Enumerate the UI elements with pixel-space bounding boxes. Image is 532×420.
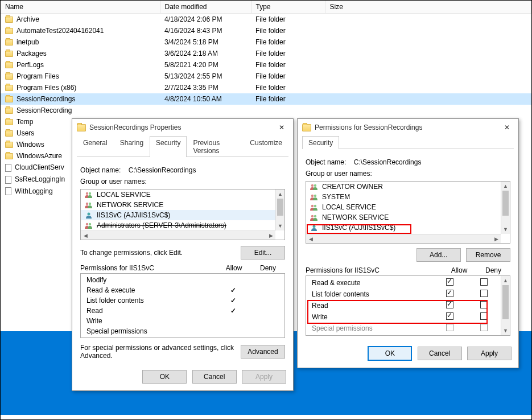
deny-checkbox[interactable] [480, 312, 488, 320]
scrollbar[interactable]: ▲▼ [275, 190, 284, 230]
hscrollbar[interactable]: ◀▶ [81, 230, 275, 240]
hscrollbar[interactable]: ◀▶ [306, 234, 501, 243]
file-icon [5, 176, 11, 184]
col-name[interactable]: Name [1, 1, 160, 14]
tabstrip: Security [302, 136, 514, 149]
group-item[interactable]: IIS1SvC (AJJ\IIS1SvC$) [81, 210, 284, 220]
edit-button[interactable]: Edit... [241, 246, 285, 260]
object-name-label: Object name: [80, 166, 121, 174]
col-type[interactable]: Type [251, 1, 325, 14]
allow-checkbox[interactable] [446, 290, 453, 297]
allow-checkbox[interactable] [446, 324, 453, 331]
group-item[interactable]: Administrators (SERVER-3\Administrators) [81, 220, 284, 230]
file-row[interactable]: PerfLogs5/8/2021 4:20 PMFile folder [1, 59, 531, 71]
svg-point-0 [86, 192, 88, 195]
perm-row: Modify [81, 275, 284, 285]
dialog-title: SessionRecordings Properties [89, 123, 275, 131]
tab-customize[interactable]: Customize [244, 136, 288, 157]
deny-checkbox[interactable] [480, 301, 488, 308]
scrollbar[interactable]: ▲▼ [501, 182, 510, 234]
folder-icon [302, 124, 311, 131]
col-size[interactable]: Size [325, 1, 531, 14]
group-item[interactable]: LOCAL SERVICE [306, 202, 510, 212]
group-item[interactable]: SYSTEM [306, 192, 510, 202]
perm-row: Special permissions [306, 323, 501, 334]
tabstrip: GeneralSharingSecurityPrevious VersionsC… [77, 136, 288, 157]
scrollbar[interactable]: ▲▼ [501, 276, 510, 335]
object-name-value: C:\SessionRecordings [354, 158, 422, 166]
deny-checkbox[interactable] [480, 290, 488, 297]
perms-listbox: ModifyRead & execute✓List folder content… [80, 273, 285, 338]
file-row[interactable]: AutomateTest2024041620414/16/2024 8:43 P… [1, 25, 531, 36]
allow-checkbox[interactable] [446, 312, 453, 320]
folder-icon [5, 51, 13, 57]
folder-icon [5, 17, 13, 23]
file-row[interactable]: Program Files (x86)2/7/2024 3:35 PMFile … [1, 82, 531, 93]
perms-label: Permissions for IIS1SvC [80, 264, 217, 272]
groups-label: Group or user names: [80, 178, 285, 186]
svg-point-14 [314, 215, 316, 217]
group-item[interactable]: NETWORK SERVICE [306, 212, 510, 223]
groups-label: Group or user names: [306, 170, 510, 178]
svg-point-3 [89, 203, 91, 205]
file-row[interactable]: SessionRecording [1, 105, 531, 116]
groups-listbox[interactable]: LOCAL SERVICENETWORK SERVICEIIS1SvC (AJJ… [80, 189, 285, 240]
perm-row: Read & execute✓ [81, 285, 284, 295]
group-item[interactable]: CREATOR OWNER [306, 182, 510, 192]
tab-security[interactable]: Security [150, 136, 187, 157]
group-item[interactable]: IIS1SvC (AJJ\IIS1SvC$) [306, 223, 510, 233]
deny-checkbox[interactable] [480, 278, 488, 286]
user-icon [310, 204, 319, 211]
file-row[interactable]: inetpub3/4/2024 5:18 PMFile folder [1, 36, 531, 48]
allow-checkbox[interactable] [446, 278, 453, 286]
file-row[interactable]: Program Files5/13/2024 2:55 PMFile folde… [1, 71, 531, 82]
svg-point-9 [311, 195, 314, 197]
file-row[interactable]: Packages3/6/2024 2:18 AMFile folder [1, 48, 531, 59]
ok-button[interactable]: OK [142, 370, 187, 384]
apply-button[interactable]: Apply [242, 370, 286, 384]
folder-icon [77, 124, 86, 131]
group-item[interactable]: LOCAL SERVICE [81, 190, 284, 200]
object-name-label: Object name: [306, 158, 346, 166]
user-icon [84, 201, 93, 208]
tab-security[interactable]: Security [302, 136, 339, 149]
tab-general[interactable]: General [77, 136, 114, 157]
remove-button[interactable]: Remove [466, 248, 510, 262]
check-icon: ✓ [230, 297, 236, 304]
close-icon[interactable]: ✕ [500, 123, 514, 131]
perm-row: Special permissions [81, 326, 284, 336]
perm-row: List folder contents✓ [81, 295, 284, 306]
svg-point-6 [89, 223, 91, 225]
folder-icon [5, 108, 13, 114]
folder-icon [5, 96, 13, 102]
group-item[interactable]: NETWORK SERVICE [81, 200, 284, 210]
advanced-button[interactable]: Advanced [241, 345, 285, 359]
deny-checkbox[interactable] [480, 324, 488, 331]
file-row[interactable]: Archive4/18/2024 2:06 PMFile folder [1, 14, 531, 26]
ok-button[interactable]: OK [368, 346, 412, 361]
close-icon[interactable]: ✕ [275, 123, 288, 131]
permissions-dialog: Permissions for SessionRecordings ✕ Secu… [297, 118, 519, 368]
apply-button[interactable]: Apply [467, 347, 512, 360]
svg-point-11 [311, 205, 314, 207]
perms-label: Permissions for IIS1SvC [306, 266, 442, 274]
folder-icon [5, 119, 13, 125]
svg-point-2 [86, 203, 88, 205]
svg-point-13 [311, 215, 314, 217]
col-date[interactable]: Date modified [160, 1, 251, 14]
tab-previous-versions[interactable]: Previous Versions [187, 136, 244, 157]
perm-row: Read & execute [306, 277, 501, 289]
cancel-button[interactable]: Cancel [418, 347, 462, 360]
groups-listbox[interactable]: CREATOR OWNERSYSTEMLOCAL SERVICENETWORK … [306, 181, 510, 244]
file-row[interactable]: SessionRecordings4/8/2024 10:50 AMFile f… [1, 93, 531, 105]
svg-point-5 [86, 223, 88, 225]
allow-checkbox[interactable] [446, 301, 453, 308]
add-button[interactable]: Add... [416, 248, 461, 262]
perm-row: Read [306, 300, 501, 311]
folder-icon [5, 142, 13, 148]
cancel-button[interactable]: Cancel [192, 370, 237, 384]
user-icon [310, 193, 319, 200]
allow-header: Allow [442, 266, 476, 274]
svg-point-12 [314, 205, 316, 207]
tab-sharing[interactable]: Sharing [114, 136, 150, 157]
